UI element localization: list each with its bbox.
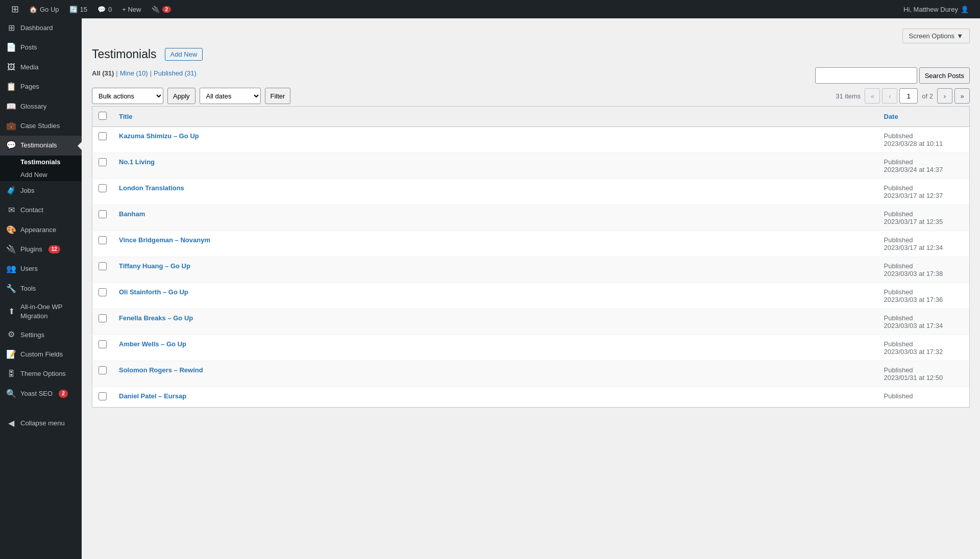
row-checkbox[interactable] — [99, 314, 107, 322]
collapse-icon: ◀ — [6, 418, 16, 429]
row-title-cell: No.1 Living — [113, 153, 878, 179]
row-checkbox-cell — [92, 231, 113, 257]
filter-links: All (31) | Mine (10) | Published (31) — [92, 69, 197, 77]
page-title: Testimonials — [92, 47, 157, 61]
sidebar-item-appearance[interactable]: 🎨 Appearance — [0, 220, 82, 240]
row-checkbox[interactable] — [99, 184, 107, 192]
sidebar-item-all-in-one[interactable]: ⬆ All-in-One WP Migration — [0, 298, 82, 325]
search-input[interactable] — [815, 67, 917, 84]
plugins-badge: 12 — [48, 245, 60, 253]
row-checkbox[interactable] — [99, 210, 107, 218]
select-all-checkbox[interactable] — [99, 112, 107, 120]
first-page-button[interactable]: « — [865, 88, 880, 104]
filter-mine[interactable]: Mine (10) — [120, 69, 148, 77]
row-checkbox[interactable] — [99, 340, 107, 348]
post-title-link[interactable]: Banham — [119, 210, 145, 218]
updates-icon: 🔄 — [69, 6, 78, 13]
sidebar-item-settings[interactable]: ⚙ Settings — [0, 325, 82, 344]
post-title-link[interactable]: Kazuma Shimizu – Go Up — [119, 132, 199, 140]
row-title-cell: Oli Stainforth – Go Up — [113, 283, 878, 309]
site-name[interactable]: 🏠 Go Up — [24, 0, 64, 18]
users-icon: 👥 — [6, 263, 16, 274]
title-sort-link[interactable]: Title — [119, 113, 133, 120]
filter-all[interactable]: All (31) — [92, 69, 114, 77]
row-date-cell: Published2023/03/17 at 12:35 — [878, 205, 970, 231]
sidebar-item-posts[interactable]: 📄 Posts — [0, 38, 82, 57]
testimonials-icon: 💬 — [6, 140, 16, 151]
post-title-link[interactable]: Fenella Breaks – Go Up — [119, 314, 193, 322]
sidebar-item-jobs[interactable]: 🧳 Jobs — [0, 181, 82, 200]
testimonials-submenu: Testimonials Add New — [0, 156, 82, 181]
sidebar-item-dashboard[interactable]: ⊞ Dashboard — [0, 18, 82, 38]
yoast-icon: 🔍 — [6, 388, 16, 399]
table-row: London TranslationsPublished2023/03/17 a… — [92, 179, 970, 205]
row-checkbox[interactable] — [99, 366, 107, 374]
sidebar-item-media[interactable]: 🖼 Media — [0, 58, 82, 77]
post-title-link[interactable]: Amber Wells – Go Up — [119, 340, 186, 348]
add-new-button[interactable]: Add New — [165, 48, 203, 61]
row-checkbox[interactable] — [99, 262, 107, 270]
row-date-cell: Published — [878, 387, 970, 408]
table-row: Solomon Rogers – RewindPublished2023/01/… — [92, 361, 970, 387]
new-content[interactable]: + New — [117, 0, 146, 18]
sidebar-item-plugins[interactable]: 🔌 Plugins 12 — [0, 240, 82, 259]
contact-icon: ✉ — [6, 205, 16, 216]
last-page-button[interactable]: » — [954, 88, 970, 104]
row-checkbox[interactable] — [99, 236, 107, 244]
plugins-icon: 🔌 — [6, 244, 16, 255]
updates[interactable]: 🔄 15 — [64, 0, 92, 18]
post-title-link[interactable]: Vince Bridgeman – Novanym — [119, 236, 210, 244]
row-checkbox[interactable] — [99, 132, 107, 140]
comments[interactable]: 💬 0 — [92, 0, 117, 18]
post-title-link[interactable]: Tiffany Huang – Go Up — [119, 262, 190, 270]
sidebar-item-custom-fields[interactable]: 📝 Custom Fields — [0, 345, 82, 364]
sidebar-menu: ⊞ Dashboard 📄 Posts 🖼 Media 📋 Pages 📖 Gl… — [0, 18, 82, 433]
post-title-link[interactable]: Oli Stainforth – Go Up — [119, 288, 188, 296]
page-header: Testimonials Add New — [92, 47, 970, 61]
row-checkbox[interactable] — [99, 158, 107, 166]
row-checkbox[interactable] — [99, 392, 107, 400]
sidebar-item-yoast[interactable]: 🔍 Yoast SEO 2 — [0, 384, 82, 403]
row-checkbox-cell — [92, 283, 113, 309]
plugin-updates[interactable]: 🔌 2 — [146, 0, 177, 18]
sidebar-item-users[interactable]: 👥 Users — [0, 259, 82, 278]
table-row: Amber Wells – Go UpPublished2023/03/03 a… — [92, 335, 970, 361]
bulk-actions-select[interactable]: Bulk actions — [92, 88, 163, 104]
post-title-link[interactable]: London Translations — [119, 184, 184, 192]
filter-published[interactable]: Published (31) — [154, 69, 197, 77]
row-title-cell: London Translations — [113, 179, 878, 205]
post-title-link[interactable]: Daniel Patel – Eursap — [119, 392, 186, 400]
post-title-link[interactable]: Solomon Rogers – Rewind — [119, 366, 203, 374]
row-checkbox[interactable] — [99, 288, 107, 296]
theme-options-icon: 🎛 — [6, 368, 16, 379]
sidebar-item-collapse[interactable]: ◀ Collapse menu — [0, 414, 82, 433]
screen-options-button[interactable]: Screen Options ▼ — [902, 29, 970, 43]
sidebar-item-theme-options[interactable]: 🎛 Theme Options — [0, 364, 82, 384]
post-title-link[interactable]: No.1 Living — [119, 158, 155, 166]
apply-button[interactable]: Apply — [167, 88, 195, 104]
row-checkbox-cell — [92, 309, 113, 335]
row-date-cell: Published2023/03/03 at 17:36 — [878, 283, 970, 309]
filter-button[interactable]: Filter — [265, 88, 291, 104]
wp-logo[interactable]: ⊞ — [6, 0, 24, 18]
sidebar-item-contact[interactable]: ✉ Contact — [0, 200, 82, 220]
column-header-date[interactable]: Date — [878, 107, 970, 127]
sidebar-item-case-studies[interactable]: 💼 Case Studies — [0, 116, 82, 136]
search-posts-button[interactable]: Search Posts — [919, 67, 970, 84]
page-number-input[interactable] — [899, 88, 918, 104]
custom-fields-icon: 📝 — [6, 349, 16, 360]
date-filter-select[interactable]: All dates — [200, 88, 261, 104]
sidebar-item-tools[interactable]: 🔧 Tools — [0, 279, 82, 298]
sidebar-item-testimonials[interactable]: 💬 Testimonials — [0, 136, 82, 155]
next-page-button[interactable]: › — [937, 88, 952, 104]
row-title-cell: Banham — [113, 205, 878, 231]
sidebar-item-glossary[interactable]: 📖 Glossary — [0, 97, 82, 116]
items-count: 31 items — [836, 92, 861, 100]
user-greeting[interactable]: Hi, Matthew Durey 👤 — [898, 0, 974, 18]
submenu-testimonials-all[interactable]: Testimonials — [0, 156, 82, 168]
prev-page-button[interactable]: ‹ — [882, 88, 897, 104]
submenu-testimonials-add[interactable]: Add New — [0, 168, 82, 181]
post-status: Published — [884, 340, 913, 348]
sidebar-item-pages[interactable]: 📋 Pages — [0, 77, 82, 96]
table-row: Oli Stainforth – Go UpPublished2023/03/0… — [92, 283, 970, 309]
